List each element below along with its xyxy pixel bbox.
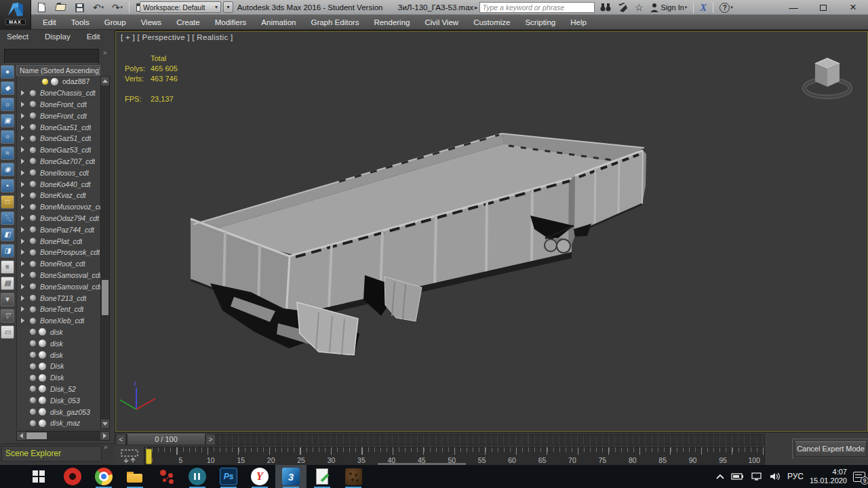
time-slider-track[interactable] xyxy=(126,434,765,445)
list-item[interactable]: Disk_52 xyxy=(17,384,100,395)
expand-triangle-icon[interactable] xyxy=(21,125,24,130)
taskbar-chrome[interactable] xyxy=(88,465,119,488)
viewport-label[interactable]: [ + ] [ Perspective ] [ Realistic ] xyxy=(121,33,233,41)
list-item[interactable]: BoneOdaz794_cdt xyxy=(17,213,100,224)
battery-icon[interactable] xyxy=(731,472,745,481)
expand-triangle-icon[interactable] xyxy=(21,284,24,289)
scroll-down-button[interactable] xyxy=(101,420,109,428)
frame-selection-icon[interactable]: ▭ xyxy=(1,325,14,339)
network-icon[interactable] xyxy=(751,472,763,481)
list-item[interactable]: BoneGaz53_cdt xyxy=(17,144,100,156)
menu-item[interactable]: Scripting xyxy=(517,15,563,30)
search-binoculars-button[interactable] xyxy=(599,1,612,14)
start-button[interactable] xyxy=(33,470,45,483)
taskbar-app-red-ring[interactable] xyxy=(57,465,88,488)
filter-config-icon[interactable]: ▽ xyxy=(1,309,14,323)
scroll-right-button[interactable] xyxy=(100,432,109,440)
light-bulb-icon[interactable] xyxy=(30,238,36,244)
menu-item[interactable]: Group xyxy=(97,15,134,30)
track-bar-ruler[interactable]: 0510152025303540455055606570758085909510… xyxy=(144,447,765,466)
light-bulb-icon[interactable] xyxy=(30,272,36,278)
workspace-menu-button[interactable]: ▾ xyxy=(223,1,233,13)
language-indicator[interactable]: РУС xyxy=(787,472,804,481)
light-bulb-icon[interactable] xyxy=(30,306,36,312)
taskbar-app-audio[interactable] xyxy=(182,465,213,488)
display-links-icon[interactable]: ◨ xyxy=(1,244,14,258)
list-item[interactable]: BoneGaz51_cdt xyxy=(17,133,100,144)
expand-triangle-icon[interactable] xyxy=(21,216,24,221)
light-bulb-icon[interactable] xyxy=(42,79,48,85)
display-geometry-icon[interactable]: ● xyxy=(1,65,14,79)
display-helpers-icon[interactable]: ○ xyxy=(1,130,14,144)
list-item[interactable]: disk xyxy=(17,349,100,361)
list-item[interactable]: BoneXleb_cdt xyxy=(17,315,100,327)
notification-center-icon[interactable]: 9 xyxy=(853,472,865,482)
list-item[interactable]: Disk xyxy=(17,361,100,372)
undo-dropdown-icon[interactable]: ▾ xyxy=(102,5,104,10)
menu-item[interactable]: Rendering xyxy=(366,15,417,30)
light-bulb-icon[interactable] xyxy=(30,352,36,358)
light-bulb-icon[interactable] xyxy=(30,375,36,381)
view-list-icon[interactable]: ≡ xyxy=(1,260,14,274)
speaker-icon[interactable] xyxy=(769,472,781,481)
list-item[interactable]: BoneRoot_cdt xyxy=(17,258,100,270)
list-item[interactable]: BoneSamosval_cdt xyxy=(17,270,100,281)
expand-triangle-icon[interactable] xyxy=(21,147,24,152)
current-frame-marker[interactable] xyxy=(146,449,152,464)
scene-explorer-title[interactable]: Scene Explorer xyxy=(1,446,102,462)
light-bulb-icon[interactable] xyxy=(30,420,36,426)
light-bulb-icon[interactable] xyxy=(30,204,36,210)
scene-explorer-menu-item[interactable]: Display xyxy=(45,33,71,41)
display-spacewarps-icon[interactable]: ≈ xyxy=(1,146,14,160)
light-bulb-icon[interactable] xyxy=(30,249,36,256)
light-bulb-icon[interactable] xyxy=(30,215,36,221)
restore-button[interactable] xyxy=(808,0,838,15)
expand-triangle-icon[interactable] xyxy=(21,90,24,96)
taskbar-yandex-browser[interactable]: Y xyxy=(244,465,275,488)
light-bulb-icon[interactable] xyxy=(30,340,36,346)
expand-triangle-icon[interactable] xyxy=(21,239,24,244)
expand-triangle-icon[interactable] xyxy=(21,102,24,107)
application-menu-button[interactable]: MAX xyxy=(0,0,31,30)
scene-search-input[interactable] xyxy=(4,49,99,64)
scrollbar-thumb[interactable] xyxy=(102,280,108,315)
undo-button[interactable]: ↶▾ xyxy=(91,1,106,14)
list-item[interactable]: BoneGaz51_cdt xyxy=(17,121,100,133)
expand-triangle-icon[interactable] xyxy=(21,296,24,301)
taskbar-app-molecule[interactable] xyxy=(151,465,182,488)
light-bulb-icon[interactable] xyxy=(30,181,36,187)
display-groups-icon[interactable]: ◉ xyxy=(1,163,14,176)
light-bulb-icon[interactable] xyxy=(30,283,36,289)
search-flyout-icon[interactable]: ▸ xyxy=(475,4,478,11)
time-slider-thumb[interactable]: 0 / 100 xyxy=(127,434,205,445)
list-item[interactable]: BoneChassis_cdt xyxy=(17,87,100,99)
light-bulb-icon[interactable] xyxy=(30,169,36,176)
light-bulb-icon[interactable] xyxy=(30,397,36,403)
list-item[interactable]: disk_gaz053 xyxy=(17,406,100,418)
list-item[interactable]: disk_maz xyxy=(17,418,100,429)
minimize-button[interactable]: — xyxy=(778,0,808,15)
favorites-star-icon[interactable]: ☆ xyxy=(635,1,644,14)
menu-item[interactable]: Animation xyxy=(254,15,303,30)
list-item[interactable]: BoneGaz707_cdt xyxy=(17,156,100,167)
light-bulb-icon[interactable] xyxy=(30,101,36,107)
trackbar-toggle-button[interactable] xyxy=(118,448,141,464)
light-bulb-icon[interactable] xyxy=(30,147,36,153)
close-button[interactable]: × xyxy=(838,0,868,15)
display-lights-icon[interactable]: ☼ xyxy=(1,98,14,111)
menu-item[interactable]: Help xyxy=(563,15,594,30)
list-item[interactable]: BoneIlosos_cdt xyxy=(17,167,100,178)
expand-triangle-icon[interactable] xyxy=(21,170,24,176)
scroll-left-button[interactable] xyxy=(17,432,26,440)
light-bulb-icon[interactable] xyxy=(30,261,36,267)
expand-triangle-icon[interactable] xyxy=(21,318,24,323)
scene-explorer-menu-item[interactable]: Edit xyxy=(87,33,100,41)
open-file-button[interactable] xyxy=(53,1,68,14)
light-bulb-icon[interactable] xyxy=(30,226,36,232)
view-page-icon[interactable]: ▤ xyxy=(1,277,14,290)
clock[interactable]: 4:07 15.01.2020 xyxy=(810,468,847,485)
display-containers-icon[interactable]: □ xyxy=(1,195,14,209)
scrollbar-thumb[interactable] xyxy=(26,432,47,439)
expand-triangle-icon[interactable] xyxy=(21,136,24,141)
taskbar-file-explorer[interactable] xyxy=(119,465,151,488)
